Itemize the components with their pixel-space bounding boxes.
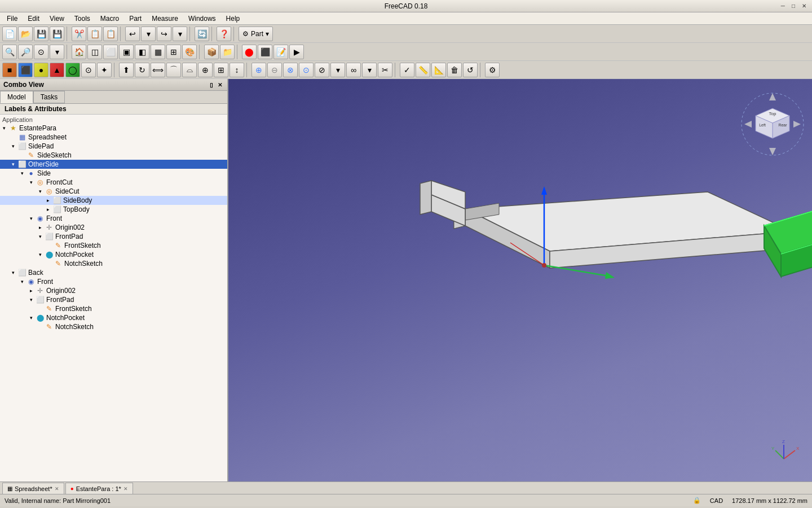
measure-angular-btn[interactable]: 📐 — [431, 63, 446, 77]
cut-btn[interactable]: ✂️ — [72, 27, 86, 41]
create-shape-btn[interactable]: ✦ — [97, 63, 112, 77]
zoom-fit-btn[interactable]: 🔎 — [18, 45, 33, 59]
tree-otherside[interactable]: ▾ ⬜ OtherSide — [0, 160, 227, 169]
cone-btn[interactable]: ▲ — [50, 63, 64, 77]
split-btn[interactable]: ✂ — [378, 63, 392, 77]
tree-spreadsheet[interactable]: ▦ Spreadsheet — [0, 133, 227, 142]
draw-style-drop[interactable]: ▾ — [50, 45, 64, 59]
boolean-drop[interactable]: ▾ — [330, 63, 345, 77]
navigation-cube[interactable]: Top Rear Left — [739, 85, 806, 164]
tree-notchsketch[interactable]: ✎ NotchSketch — [0, 259, 227, 268]
macro-btn[interactable]: 📝 — [273, 45, 288, 59]
tab-estantepara[interactable]: ● EstantePara : 1* ✕ — [65, 483, 133, 494]
redo-drop-btn[interactable]: ▾ — [173, 27, 187, 41]
expand-otherside[interactable]: ▾ — [9, 161, 17, 167]
boolean-frags-btn[interactable]: ⊘ — [315, 63, 329, 77]
tree-frontpad2[interactable]: ▾ ⬜ FrontPad — [0, 295, 227, 304]
tab-tasks[interactable]: Tasks — [33, 91, 65, 103]
join-connect-btn[interactable]: ∞ — [346, 63, 361, 77]
cylinder-btn[interactable]: ⬛ — [18, 63, 33, 77]
zoom-all-btn[interactable]: 🔍 — [2, 45, 17, 59]
boolean-cut-btn[interactable]: ⊖ — [267, 63, 282, 77]
tree-notchpocket2[interactable]: ▾ ⬤ NotchPocket — [0, 313, 227, 322]
tree-notchsketch2[interactable]: ✎ NotchSketch — [0, 322, 227, 331]
join-drop[interactable]: ▾ — [362, 63, 377, 77]
tube-btn[interactable]: ⊙ — [81, 63, 96, 77]
bottom-view-btn[interactable]: ▦ — [151, 45, 165, 59]
refresh-measure-btn[interactable]: ↺ — [463, 63, 478, 77]
check-geometry-btn[interactable]: ✓ — [400, 63, 414, 77]
expand-root[interactable]: ▾ — [0, 125, 8, 131]
estantepara-tab-close[interactable]: ✕ — [123, 486, 128, 492]
thickness-btn[interactable]: ⊞ — [214, 63, 228, 77]
menu-edit[interactable]: Edit — [23, 14, 44, 24]
close-button[interactable]: ✕ — [800, 3, 809, 9]
menu-help[interactable]: Help — [222, 14, 245, 24]
projection-btn[interactable]: ↕ — [230, 63, 244, 77]
menu-windows[interactable]: Windows — [184, 14, 220, 24]
tree-sidebody[interactable]: ▸ ▸ ⬜ SideBody — [0, 196, 227, 205]
undo-drop-btn[interactable]: ▾ — [141, 27, 156, 41]
fillet-btn[interactable]: ⌒ — [166, 63, 181, 77]
top-view-btn[interactable]: ⬜ — [103, 45, 118, 59]
expand-sidepad[interactable]: ▾ — [9, 143, 17, 149]
refresh-btn[interactable]: 🔄 — [195, 27, 209, 41]
save-as-btn[interactable]: 💾 — [50, 27, 64, 41]
tree-front-back[interactable]: ▾ ◉ Front — [0, 277, 227, 286]
texture-btn[interactable]: 🎨 — [182, 45, 197, 59]
menu-tools[interactable]: Tools — [70, 14, 95, 24]
create-group-btn[interactable]: 📁 — [220, 45, 235, 59]
tree-notchpocket[interactable]: ▾ ⬤ NotchPocket — [0, 250, 227, 259]
tree-origin002b[interactable]: ▸ ✛ Origin002 — [0, 286, 227, 295]
extrude-btn[interactable]: ⬆ — [119, 63, 134, 77]
expand-back[interactable]: ▾ — [9, 270, 17, 275]
tab-model[interactable]: Model — [0, 91, 33, 103]
sphere-btn[interactable]: ● — [34, 63, 48, 77]
chamfer-btn[interactable]: ⌓ — [182, 63, 197, 77]
tree-frontpad[interactable]: ▾ ⬜ FrontPad — [0, 232, 227, 241]
front-view-btn[interactable]: ◫ — [87, 45, 102, 59]
open-btn[interactable]: 📂 — [18, 27, 33, 41]
tree-area[interactable]: Application ▾ ★ EstantePara ▦ Spreadshee… — [0, 115, 227, 481]
play-btn[interactable]: ▶ — [289, 45, 304, 59]
minimize-button[interactable]: ─ — [779, 3, 787, 9]
home-view-btn[interactable]: 🏠 — [72, 45, 86, 59]
torus-btn[interactable]: ◯ — [65, 63, 80, 77]
expand-side[interactable]: ▾ — [18, 170, 26, 176]
draw-style-btn[interactable]: ⊙ — [34, 45, 48, 59]
expand-sidecut[interactable]: ▾ — [36, 189, 44, 194]
menu-part[interactable]: Part — [125, 14, 146, 24]
stop-btn[interactable]: ⬛ — [258, 45, 272, 59]
boolean-union-btn[interactable]: ⊕ — [251, 63, 266, 77]
help-btn[interactable]: ❓ — [217, 27, 231, 41]
mirror-btn[interactable]: ⟺ — [151, 63, 165, 77]
redo-btn[interactable]: ↪ — [157, 27, 171, 41]
menu-view[interactable]: View — [45, 14, 69, 24]
expand-front-side[interactable]: ▾ — [27, 216, 35, 221]
tree-origin002[interactable]: ▸ ✛ Origin002 — [0, 223, 227, 232]
tree-sidesketch[interactable]: ✎ SideSketch — [0, 151, 227, 160]
tree-frontsketch[interactable]: ✎ FrontSketch — [0, 241, 227, 250]
tree-root-estantepara[interactable]: ▾ ★ EstantePara — [0, 124, 227, 133]
box-btn[interactable]: ■ — [2, 63, 17, 77]
tree-front-side[interactable]: ▾ ◉ Front — [0, 214, 227, 223]
expand-topbody[interactable]: ▸ — [44, 207, 52, 212]
expand-frontpad2[interactable]: ▾ — [27, 297, 35, 303]
menu-measure[interactable]: Measure — [147, 14, 183, 24]
maximize-button[interactable]: □ — [789, 3, 797, 9]
save-btn[interactable]: 💾 — [34, 27, 48, 41]
3d-viewport[interactable]: Top Rear Left X Y Z — [228, 79, 812, 481]
revolve-btn[interactable]: ↻ — [135, 63, 149, 77]
box-selection-btn[interactable]: 📦 — [204, 45, 219, 59]
expand-frontcut[interactable]: ▾ — [27, 179, 35, 185]
tree-sidecut[interactable]: ▾ ◎ SideCut — [0, 187, 227, 196]
tree-back[interactable]: ▾ ⬜ Back — [0, 268, 227, 277]
close-panel-btn[interactable]: ✕ — [216, 82, 224, 88]
measure-clear-btn[interactable]: 🗑 — [447, 63, 462, 77]
expand-front-back[interactable]: ▾ — [18, 279, 26, 284]
boolean-section-btn[interactable]: ⊙ — [299, 63, 314, 77]
boolean-intersect-btn[interactable]: ⊗ — [283, 63, 298, 77]
tree-sidepad[interactable]: ▾ ⬜ SidePad — [0, 142, 227, 151]
measure-linear-btn[interactable]: 📏 — [416, 63, 430, 77]
right-view-btn[interactable]: ▣ — [119, 45, 134, 59]
